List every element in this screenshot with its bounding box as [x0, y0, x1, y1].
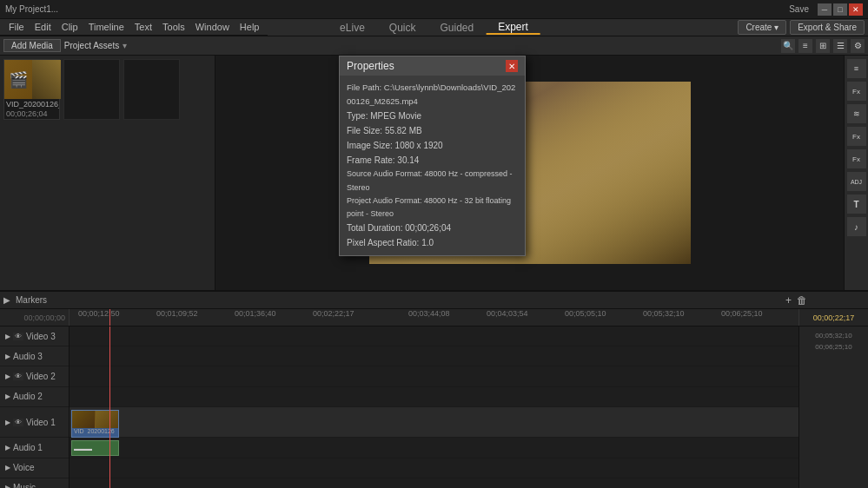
ruler-mark-5: 00;03;44;08 [408, 309, 450, 318]
dialog-body: File Path: C:\Users\lynnb\Downloads\VID_… [340, 76, 525, 255]
media-empty-slot-1 [63, 59, 120, 120]
dialog-close-button[interactable]: ✕ [506, 60, 518, 72]
sort-icon[interactable]: ≡ [798, 39, 812, 53]
win-close-button[interactable]: ✕ [849, 3, 863, 16]
dialog-header: Properties ✕ [340, 56, 525, 76]
create-button[interactable]: Create ▾ [738, 20, 786, 35]
playhead-ruler [109, 309, 110, 326]
sidebar-icon-1[interactable]: ≡ [847, 59, 866, 78]
markers-expand-icon[interactable]: ▶ [3, 295, 10, 305]
prop-file-path: File Path: C:\Users\lynnb\Downloads\VID_… [347, 81, 518, 109]
ruler-mark-8: 00;05;32;10 [643, 309, 685, 318]
track-label-audio1: ▶ Audio 1 [0, 438, 69, 458]
markers-delete-icon[interactable]: 🗑 [797, 294, 807, 307]
media-item-duration: 00;00;26;04 [4, 109, 59, 119]
right-sidebar: ≡ Fx ≋ Fx Fx ADJ T ♪ [844, 56, 868, 290]
menu-clip[interactable]: Clip [56, 19, 83, 35]
sidebar-icon-fx1[interactable]: Fx [847, 82, 866, 101]
prop-project-audio: Project Audio Format: 48000 Hz - 32 bit … [347, 195, 518, 221]
project-assets-dropdown[interactable]: Project Assets [64, 41, 119, 50]
menu-window[interactable]: Window [190, 19, 235, 35]
properties-dialog: Properties ✕ File Path: C:\Users\lynnb\D… [339, 56, 526, 256]
menu-timeline[interactable]: Timeline [83, 19, 129, 35]
menu-tools[interactable]: Tools [157, 19, 190, 35]
markers-label: Markers [16, 295, 47, 305]
tab-quick[interactable]: Quick [377, 22, 428, 34]
menu-help[interactable]: Help [235, 19, 265, 35]
prop-image-size: Image Size: 1080 x 1920 [347, 138, 518, 153]
win-min-button[interactable]: ─ [818, 3, 832, 16]
main-area: 🎬 VID_20200126_1... 00;00;26;04 [0, 56, 868, 290]
ruler-mark-7: 00;05;05;10 [565, 309, 606, 318]
track-mute-video3[interactable]: 👁 [13, 333, 23, 340]
track-content: VID_20200126 ▬▬▬ [70, 326, 798, 488]
tab-expert[interactable]: Expert [486, 21, 540, 35]
timeline-right-time: 00;05;32;10 [813, 330, 853, 341]
track-expand-audio3[interactable]: ▶ [5, 353, 10, 360]
sidebar-icon-adj[interactable]: ADJ [847, 172, 866, 191]
ruler-mark-9: 00;06;25;10 [721, 309, 763, 318]
tracks-area: ▶ 👁 Video 3 ▶ Audio 3 ▶ 👁 Video 2 ▶ Audi… [0, 326, 868, 488]
win-max-button[interactable]: □ [833, 3, 847, 16]
track-row-voice [70, 458, 798, 478]
ruler-mark-6: 00;04;03;54 [487, 309, 528, 318]
grid-view-icon[interactable]: ⊞ [816, 39, 830, 53]
media-item-label: VID_20200126_1... [4, 99, 59, 109]
track-mute-video1[interactable]: 👁 [13, 419, 23, 426]
search-tool-icon[interactable]: 🔍 [781, 39, 795, 53]
sidebar-icon-3[interactable]: Fx [847, 149, 866, 168]
sidebar-icon-fx2[interactable]: Fx [847, 127, 866, 146]
track-label-music: ▶ Music [0, 478, 69, 488]
current-timecode: 00;00;22;17 [798, 309, 868, 326]
dialog-title: Properties [347, 60, 394, 72]
media-item-1[interactable]: 🎬 VID_20200126_1... 00;00;26;04 [3, 59, 60, 120]
menu-file[interactable]: File [3, 19, 30, 35]
prop-frame-rate: Frame Rate: 30.14 [347, 153, 518, 168]
settings-icon[interactable]: ⚙ [851, 39, 865, 53]
track-row-audio1: ▬▬▬ [70, 438, 798, 458]
sidebar-icon-2[interactable]: ≋ [847, 104, 866, 123]
menu-text[interactable]: Text [129, 19, 157, 35]
menu-edit[interactable]: Edit [30, 19, 56, 35]
track-row-video2 [70, 366, 798, 386]
markers-add-icon[interactable]: + [785, 294, 792, 307]
tab-guided[interactable]: Guided [427, 22, 486, 34]
track-mute-video2[interactable]: 👁 [13, 373, 23, 380]
track-expand-voice[interactable]: ▶ [5, 464, 10, 472]
save-label[interactable]: Save [789, 4, 809, 14]
track-row-music [70, 478, 798, 488]
sidebar-icon-text[interactable]: T [847, 195, 866, 214]
track-label-video1: ▶ 👁 Video 1 [0, 407, 69, 439]
list-view-icon[interactable]: ☰ [833, 39, 847, 53]
mode-tabs: eLive Quick Guided Expert [328, 19, 540, 36]
track-expand-video3[interactable]: ▶ [5, 333, 10, 340]
track-expand-video1[interactable]: ▶ [5, 419, 10, 426]
timeline-area: ▶ Markers + 🗑 00;00;00;00 00;00;12;50 00… [0, 290, 868, 488]
ruler-marks-area: 00;00;12;50 00;01;09;52 00;01;36;40 00;0… [70, 309, 798, 326]
track-expand-audio1[interactable]: ▶ [5, 444, 10, 452]
add-media-button[interactable]: Add Media [3, 39, 61, 52]
toolbar-row: Add Media Project Assets ▾ 🔍 ≡ ⊞ ☰ ⚙ [0, 36, 868, 56]
prop-file-size: File Size: 55.82 MB [347, 123, 518, 138]
track-label-video3: ▶ 👁 Video 3 [0, 326, 69, 346]
track-label-audio3: ▶ Audio 3 [0, 346, 69, 366]
tab-elive[interactable]: eLive [328, 22, 377, 34]
media-empty-slot-2 [123, 59, 180, 120]
timeline-ruler: 00;00;00;00 00;00;12;50 00;01;09;52 00;0… [0, 309, 868, 326]
title-bar: My Project1... Save ─ □ ✕ [0, 0, 868, 19]
ruler-mark-3: 00;01;36;40 [235, 309, 276, 318]
track-expand-audio2[interactable]: ▶ [5, 392, 10, 400]
sidebar-icon-music[interactable]: ♪ [847, 217, 866, 236]
ruler-mark-2: 00;01;09;52 [156, 309, 198, 318]
menu-bar: File Edit Clip Timeline Text Tools Windo… [0, 19, 268, 36]
left-panel: 🎬 VID_20200126_1... 00;00;26;04 [0, 56, 215, 290]
prop-pixel-aspect: Pixel Aspect Ratio: 1.0 [347, 235, 518, 250]
track-expand-music[interactable]: ▶ [5, 484, 10, 488]
export-share-button[interactable]: Export & Share [790, 20, 865, 35]
video-clip-1[interactable]: VID_20200126 [71, 410, 119, 438]
ruler-mark-1: 00;00;12;50 [78, 309, 120, 318]
audio-clip-1[interactable]: ▬▬▬ [71, 440, 119, 456]
markers-bar: ▶ Markers + 🗑 [0, 292, 868, 309]
track-expand-video2[interactable]: ▶ [5, 373, 10, 380]
playhead-line [109, 326, 110, 488]
